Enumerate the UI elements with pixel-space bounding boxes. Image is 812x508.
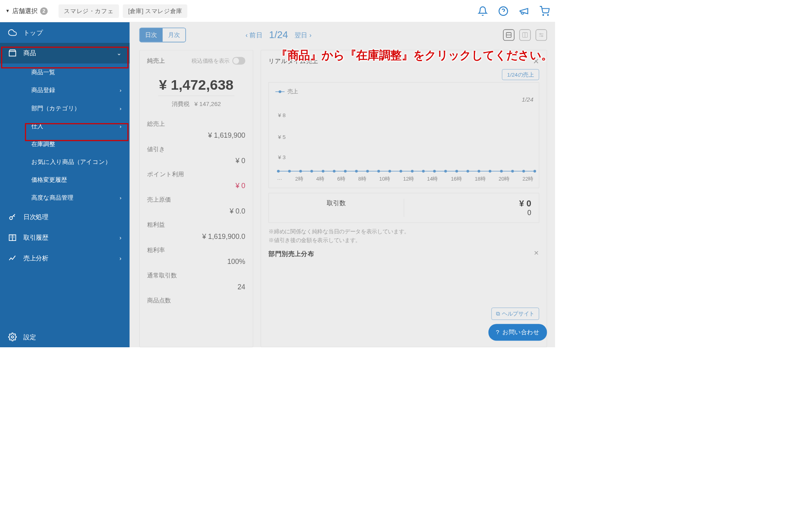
- main-header: 日次 月次 ‹ 前日 1/24 翌日 ›: [139, 28, 547, 42]
- tax-toggle[interactable]: 税込価格を表示: [192, 57, 245, 65]
- close-icon[interactable]: ✕: [534, 249, 539, 258]
- nav-analysis-label: 売上分析: [23, 254, 48, 262]
- chevron-down-icon: ⌄: [117, 50, 121, 57]
- sub-advanced[interactable]: 高度な商品管理›: [0, 189, 130, 207]
- svg-point-9: [540, 33, 541, 35]
- chart-icon: [8, 254, 17, 263]
- chevron-right-icon: ›: [119, 234, 121, 241]
- stat-row: 粗利益¥ 1,619,900.0: [147, 221, 245, 241]
- svg-point-4: [10, 217, 12, 219]
- realtime-chart: 売上 1/24 ¥ 8 ¥ 5 ¥ 3 …2時4時6時8時10時12時14時16…: [268, 82, 539, 188]
- summary-box: 取引数 ¥ 0 0: [268, 193, 539, 223]
- chart-period: 1/24: [522, 96, 533, 103]
- topbar-actions: [478, 6, 550, 16]
- sub-purchase[interactable]: 仕入›: [0, 117, 130, 135]
- nav-trans[interactable]: 取引履歴 ›: [0, 227, 130, 248]
- store-select-label: 店舗選択: [12, 7, 37, 15]
- stat-row: 商品点数: [147, 296, 245, 305]
- stat-row: 値引き¥ 0: [147, 145, 245, 165]
- box-icon: [8, 49, 17, 58]
- svg-rect-3: [9, 51, 15, 56]
- nav-settings-label: 設定: [23, 333, 36, 341]
- store-tab-warehouse[interactable]: [倉庫] スマレジ倉庫: [123, 4, 188, 18]
- next-day[interactable]: 翌日 ›: [295, 31, 312, 39]
- tax-row: 消費税 ¥ 147,262: [158, 96, 235, 108]
- caret-down-icon: ▼: [6, 9, 10, 13]
- stat-row: 粗利率100%: [147, 246, 245, 266]
- svg-point-2: [548, 14, 548, 15]
- nav-daily-label: 日次処理: [23, 213, 48, 221]
- chevron-right-icon: ›: [120, 194, 122, 201]
- announce-icon[interactable]: [519, 6, 529, 16]
- trans-count-label: 取引数: [276, 198, 396, 207]
- nav-product[interactable]: 商品 ⌄: [0, 43, 130, 64]
- svg-point-10: [542, 36, 543, 37]
- store-select[interactable]: ▼ 店舗選択 2: [6, 7, 48, 15]
- contact-button[interactable]: ? お問い合わせ: [488, 324, 547, 341]
- sub-product-register[interactable]: 商品登録›: [0, 81, 130, 99]
- chevron-right-icon: ›: [120, 105, 122, 112]
- sub-price-history[interactable]: 価格変更履歴: [0, 171, 130, 189]
- realtime-card: リアルタイム売上 ✕ 1/24の売上 売上 1/24 ¥ 8: [261, 50, 547, 347]
- nav-product-label: 商品: [23, 49, 36, 57]
- y-tick: ¥ 5: [278, 134, 285, 140]
- seg-monthly[interactable]: 月次: [163, 28, 185, 42]
- date-nav: ‹ 前日 1/24 翌日 ›: [245, 29, 311, 41]
- gear-icon: [8, 333, 17, 341]
- net-sales-title: 純売上: [147, 57, 165, 65]
- help-icon[interactable]: [498, 6, 508, 16]
- trans-count: 0: [412, 209, 531, 217]
- view-mode-icons: [503, 29, 547, 41]
- help-icon: ?: [496, 329, 499, 336]
- sub-stock-adjust[interactable]: 在庫調整: [0, 135, 130, 153]
- seg-daily[interactable]: 日次: [140, 28, 163, 42]
- prev-day[interactable]: ‹ 前日: [245, 31, 262, 39]
- cart-icon[interactable]: [539, 6, 550, 16]
- view-split-v-icon[interactable]: [519, 29, 531, 41]
- sub-product-list[interactable]: 商品一覧: [0, 64, 130, 81]
- y-tick: ¥ 3: [278, 154, 285, 161]
- legend-marker-icon: [276, 91, 285, 92]
- chart-legend: 売上: [276, 88, 532, 95]
- chevron-right-icon: ›: [119, 255, 121, 262]
- book-icon: [8, 233, 17, 242]
- key-icon: [8, 213, 17, 221]
- period-segment: 日次 月次: [139, 28, 186, 42]
- cloud-icon: [8, 28, 17, 37]
- current-date[interactable]: 1/24: [269, 29, 288, 41]
- nav-analysis[interactable]: 売上分析 ›: [0, 248, 130, 269]
- sub-category[interactable]: 部門（カテゴリ）›: [0, 99, 130, 117]
- nav-daily[interactable]: 日次処理: [0, 207, 130, 227]
- nav-top-label: トップ: [23, 28, 43, 37]
- bell-icon[interactable]: [478, 6, 488, 16]
- sub-favorite[interactable]: お気に入り商品（アイコン）: [0, 153, 130, 171]
- nav-trans-label: 取引履歴: [23, 233, 48, 242]
- store-tabs: スマレジ・カフェ [倉庫] スマレジ倉庫: [59, 4, 188, 18]
- chevron-right-icon: ›: [120, 123, 122, 129]
- store-tab-cafe[interactable]: スマレジ・カフェ: [59, 4, 119, 18]
- main: 『商品』から『在庫調整』をクリックしてください。 日次 月次 ‹ 前日 1/24…: [130, 22, 555, 347]
- chart-line: [277, 171, 534, 171]
- notes: ※締めに関係なく純粋な当日のデータを表示しています。 ※値引き後の金額を表示して…: [268, 227, 539, 244]
- realtime-amount: ¥ 0: [412, 198, 531, 208]
- nav-top[interactable]: トップ: [0, 22, 130, 43]
- annotation-text: 『商品』から『在庫調整』をクリックしてください。: [276, 48, 553, 63]
- view-split-h-icon[interactable]: [503, 29, 515, 41]
- stat-row: 総売上¥ 1,619,900: [147, 120, 245, 140]
- external-link-icon: ⧉: [496, 311, 500, 317]
- y-tick: ¥ 8: [278, 112, 285, 119]
- svg-point-6: [11, 336, 13, 338]
- x-axis: …2時4時6時8時10時12時14時16時18時20時22時: [277, 175, 534, 183]
- stat-row: 売上原価¥ 0.0: [147, 196, 245, 216]
- toggle-switch-icon: [232, 57, 245, 65]
- stat-row: ポイント利用¥ 0: [147, 170, 245, 190]
- svg-point-1: [543, 14, 544, 15]
- help-site-link[interactable]: ⧉ ヘルプサイト: [491, 308, 539, 320]
- date-sales-button[interactable]: 1/24の売上: [502, 69, 539, 80]
- chevron-right-icon: ›: [120, 87, 122, 94]
- view-settings-icon[interactable]: [536, 29, 547, 41]
- stat-row: 通常取引数24: [147, 271, 245, 291]
- net-sales-card: 純売上 税込価格を表示 ¥ 1,472,638 消費税 ¥ 147,262 総売…: [139, 50, 253, 347]
- net-amount: ¥ 1,472,638: [147, 77, 245, 93]
- nav-settings[interactable]: 設定: [0, 327, 130, 347]
